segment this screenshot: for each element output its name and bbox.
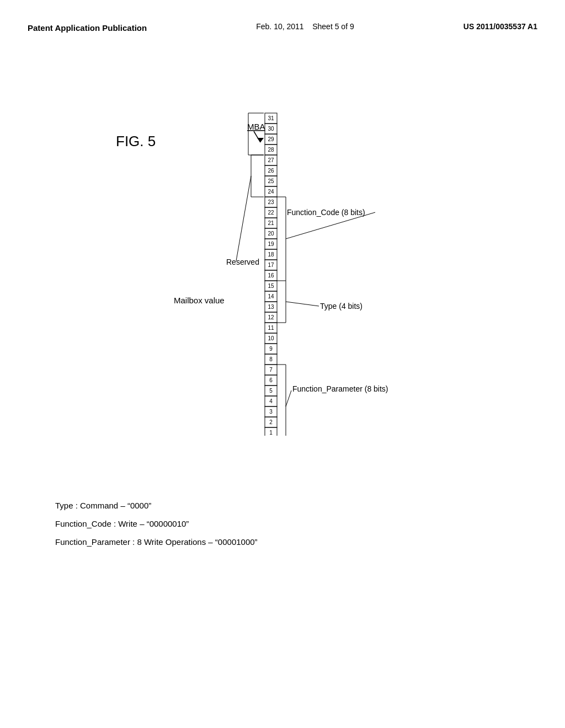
type-command-text: Type : Command – “0000” (55, 496, 258, 515)
reserved-label: Reserved (226, 258, 259, 266)
figure-5-diagram: FIG. 5 MBA Mailbox value 31 30 29 28 27 … (33, 50, 530, 436)
svg-text:4: 4 (269, 398, 273, 404)
svg-text:2: 2 (269, 419, 273, 425)
function-parameter-write-text: Function_Parameter : 8 Write Operations … (55, 533, 258, 551)
function-parameter-label: Function_Parameter (8 bits) (292, 384, 388, 393)
svg-text:25: 25 (268, 178, 274, 184)
figure-label: FIG. 5 (116, 133, 156, 149)
publication-number: US 2011/0035537 A1 (463, 22, 537, 31)
svg-text:12: 12 (268, 314, 274, 320)
mba-label: MBA (247, 122, 265, 131)
svg-text:31: 31 (268, 115, 274, 121)
svg-text:24: 24 (268, 189, 274, 195)
svg-text:5: 5 (269, 388, 273, 394)
mailbox-value-label: Mailbox value (174, 296, 225, 305)
svg-text:13: 13 (268, 304, 274, 310)
svg-text:26: 26 (268, 168, 274, 174)
svg-line-72 (286, 302, 319, 306)
svg-text:11: 11 (268, 325, 274, 331)
svg-text:17: 17 (268, 262, 274, 268)
svg-text:22: 22 (268, 210, 274, 216)
svg-text:7: 7 (269, 367, 273, 373)
svg-text:6: 6 (269, 377, 273, 383)
svg-text:8: 8 (269, 356, 273, 362)
svg-text:18: 18 (268, 251, 274, 258)
svg-text:19: 19 (268, 241, 274, 247)
svg-text:16: 16 (268, 272, 274, 279)
svg-text:21: 21 (268, 220, 274, 226)
svg-text:14: 14 (268, 293, 274, 299)
svg-text:30: 30 (268, 126, 274, 132)
svg-text:28: 28 (268, 147, 274, 153)
publication-title: Patent Application Publication (28, 22, 147, 34)
svg-text:1: 1 (269, 430, 273, 436)
svg-text:10: 10 (268, 335, 274, 341)
function-code-write-text: Function_Code : Write – “00000010” (55, 515, 258, 533)
svg-text:15: 15 (268, 283, 274, 289)
function-code-label: Function_Code (8 bits) (287, 208, 365, 217)
type-label: Type (4 bits) (320, 302, 363, 311)
svg-text:23: 23 (268, 199, 274, 205)
svg-text:3: 3 (269, 409, 273, 415)
publication-date-sheet: Feb. 10, 2011 Sheet 5 of 9 (256, 22, 354, 31)
svg-line-76 (286, 390, 291, 406)
svg-marker-1 (257, 138, 264, 142)
svg-text:27: 27 (268, 157, 274, 163)
svg-text:9: 9 (269, 346, 273, 352)
svg-line-80 (236, 176, 251, 261)
svg-text:20: 20 (268, 231, 274, 237)
svg-text:29: 29 (268, 136, 274, 142)
